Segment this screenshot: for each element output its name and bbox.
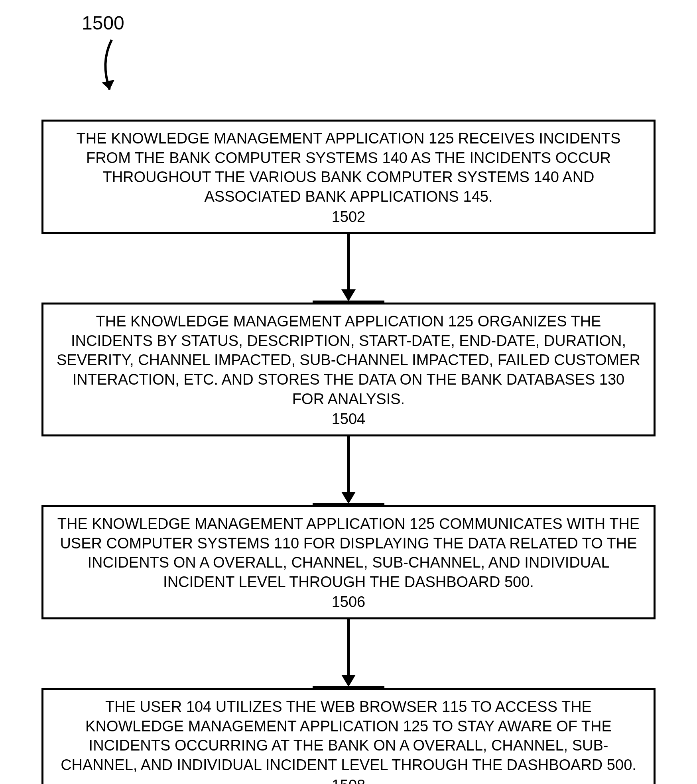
- flow-connector: [313, 234, 384, 303]
- arrow-down-icon: [341, 675, 356, 687]
- flow-step-text: THE KNOWLEDGE MANAGEMENT APPLICATION 125…: [55, 129, 642, 206]
- flow-step: THE USER 104 UTILIZES THE WEB BROWSER 11…: [41, 688, 656, 784]
- flow-step-text: THE KNOWLEDGE MANAGEMENT APPLICATION 125…: [55, 514, 642, 592]
- flow-step-ref: 1502: [55, 207, 642, 227]
- figure-label-arrow-icon: [94, 38, 130, 102]
- flow-connector: [313, 436, 384, 505]
- flow-step-ref: 1504: [55, 409, 642, 429]
- flow-step: THE KNOWLEDGE MANAGEMENT APPLICATION 125…: [41, 303, 656, 436]
- flow-step-text: THE USER 104 UTILIZES THE WEB BROWSER 11…: [55, 697, 642, 775]
- connector-line: [347, 619, 350, 675]
- arrow-down-icon: [341, 492, 356, 504]
- flow-step-text: THE KNOWLEDGE MANAGEMENT APPLICATION 125…: [55, 312, 642, 409]
- flow-step: THE KNOWLEDGE MANAGEMENT APPLICATION 125…: [41, 505, 656, 619]
- flow-connector: [313, 619, 384, 688]
- flowchart: THE KNOWLEDGE MANAGEMENT APPLICATION 125…: [40, 120, 657, 784]
- flow-step: THE KNOWLEDGE MANAGEMENT APPLICATION 125…: [41, 120, 656, 234]
- flow-step-ref: 1508: [55, 776, 642, 784]
- connector-line: [347, 234, 350, 290]
- figure-label: 1500: [82, 12, 124, 34]
- arrow-down-icon: [341, 289, 356, 301]
- connector-line: [347, 436, 350, 492]
- flowchart-page: 1500 THE KNOWLEDGE MANAGEMENT APPLICATIO…: [0, 0, 697, 784]
- flow-step-ref: 1506: [55, 592, 642, 612]
- svg-marker-0: [102, 80, 114, 90]
